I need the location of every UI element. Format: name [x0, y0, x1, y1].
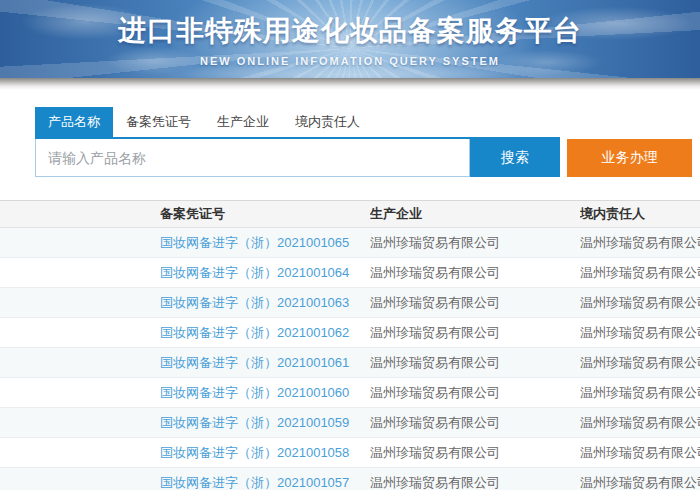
cell-responsible-person: 温州珍瑞贸易有限公司 [580, 354, 700, 372]
cell-responsible-person: 温州珍瑞贸易有限公司 [580, 264, 700, 282]
tab-certificate-number[interactable]: 备案凭证号 [113, 107, 204, 137]
tab-responsible-person[interactable]: 境内责任人 [282, 107, 373, 137]
certificate-link[interactable]: 国妆网备进字（浙）2021001060 [160, 385, 349, 400]
search-input[interactable] [35, 139, 470, 177]
cell-manufacturer: 温州珍瑞贸易有限公司 [370, 234, 580, 252]
certificate-link[interactable]: 国妆网备进字（浙）2021001062 [160, 325, 349, 340]
cell-responsible-person: 温州珍瑞贸易有限公司 [580, 384, 700, 402]
table-header-row: 备案凭证号 生产企业 境内责任人 [0, 200, 700, 228]
cell-certificate: 国妆网备进字（浙）2021001057 [160, 474, 370, 490]
certificate-link[interactable]: 国妆网备进字（浙）2021001058 [160, 445, 349, 460]
search-tabs: 产品名称 备案凭证号 生产企业 境内责任人 [35, 107, 560, 139]
cell-responsible-person: 温州珍瑞贸易有限公司 [580, 414, 700, 432]
cell-certificate: 国妆网备进字（浙）2021001065 [160, 234, 370, 252]
cell-manufacturer: 温州珍瑞贸易有限公司 [370, 444, 580, 462]
cell-certificate: 国妆网备进字（浙）2021001058 [160, 444, 370, 462]
banner-shadow-divider [0, 78, 700, 90]
cell-manufacturer: 温州珍瑞贸易有限公司 [370, 384, 580, 402]
header-banner: 进口非特殊用途化妆品备案服务平台 NEW ONLINE INFOMATION Q… [0, 0, 700, 78]
certificate-link[interactable]: 国妆网备进字（浙）2021001063 [160, 295, 349, 310]
column-header-responsible: 境内责任人 [580, 205, 700, 223]
table-row: 国妆网备进字（浙）2021001063温州珍瑞贸易有限公司温州珍瑞贸易有限公司 [0, 288, 700, 318]
table-row: 国妆网备进字（浙）2021001062温州珍瑞贸易有限公司温州珍瑞贸易有限公司 [0, 318, 700, 348]
table-row: 国妆网备进字（浙）2021001057温州珍瑞贸易有限公司温州珍瑞贸易有限公司 [0, 468, 700, 490]
tab-manufacturer[interactable]: 生产企业 [204, 107, 282, 137]
cell-certificate: 国妆网备进字（浙）2021001062 [160, 324, 370, 342]
cell-certificate: 国妆网备进字（浙）2021001064 [160, 264, 370, 282]
cell-responsible-person: 温州珍瑞贸易有限公司 [580, 294, 700, 312]
search-row: 搜索 业务办理 [35, 139, 700, 177]
certificate-link[interactable]: 国妆网备进字（浙）2021001065 [160, 235, 349, 250]
column-header-certificate: 备案凭证号 [160, 205, 370, 223]
page-title: 进口非特殊用途化妆品备案服务平台 [0, 0, 700, 50]
cell-responsible-person: 温州珍瑞贸易有限公司 [580, 474, 700, 490]
business-handling-button[interactable]: 业务办理 [567, 139, 692, 177]
cell-manufacturer: 温州珍瑞贸易有限公司 [370, 294, 580, 312]
cell-certificate: 国妆网备进字（浙）2021001060 [160, 384, 370, 402]
table-row: 国妆网备进字（浙）2021001065温州珍瑞贸易有限公司温州珍瑞贸易有限公司 [0, 228, 700, 258]
search-panel: 产品名称 备案凭证号 生产企业 境内责任人 搜索 业务办理 [35, 107, 700, 177]
table-row: 国妆网备进字（浙）2021001058温州珍瑞贸易有限公司温州珍瑞贸易有限公司 [0, 438, 700, 468]
cell-responsible-person: 温州珍瑞贸易有限公司 [580, 234, 700, 252]
results-table: 备案凭证号 生产企业 境内责任人 国妆网备进字（浙）2021001065温州珍瑞… [0, 200, 700, 490]
table-body: 国妆网备进字（浙）2021001065温州珍瑞贸易有限公司温州珍瑞贸易有限公司国… [0, 228, 700, 490]
certificate-link[interactable]: 国妆网备进字（浙）2021001061 [160, 355, 349, 370]
cell-manufacturer: 温州珍瑞贸易有限公司 [370, 414, 580, 432]
cell-certificate: 国妆网备进字（浙）2021001061 [160, 354, 370, 372]
cell-certificate: 国妆网备进字（浙）2021001059 [160, 414, 370, 432]
column-header-manufacturer: 生产企业 [370, 205, 580, 223]
certificate-link[interactable]: 国妆网备进字（浙）2021001057 [160, 475, 349, 490]
cell-certificate: 国妆网备进字（浙）2021001063 [160, 294, 370, 312]
page-subtitle: NEW ONLINE INFOMATION QUERY SYSTEM [0, 55, 700, 67]
table-row: 国妆网备进字（浙）2021001060温州珍瑞贸易有限公司温州珍瑞贸易有限公司 [0, 378, 700, 408]
table-row: 国妆网备进字（浙）2021001061温州珍瑞贸易有限公司温州珍瑞贸易有限公司 [0, 348, 700, 378]
cell-manufacturer: 温州珍瑞贸易有限公司 [370, 474, 580, 490]
search-button[interactable]: 搜索 [470, 139, 560, 177]
cell-manufacturer: 温州珍瑞贸易有限公司 [370, 264, 580, 282]
certificate-link[interactable]: 国妆网备进字（浙）2021001059 [160, 415, 349, 430]
table-row: 国妆网备进字（浙）2021001064温州珍瑞贸易有限公司温州珍瑞贸易有限公司 [0, 258, 700, 288]
table-row: 国妆网备进字（浙）2021001059温州珍瑞贸易有限公司温州珍瑞贸易有限公司 [0, 408, 700, 438]
tab-product-name[interactable]: 产品名称 [35, 107, 113, 137]
certificate-link[interactable]: 国妆网备进字（浙）2021001064 [160, 265, 349, 280]
cell-manufacturer: 温州珍瑞贸易有限公司 [370, 324, 580, 342]
cell-responsible-person: 温州珍瑞贸易有限公司 [580, 324, 700, 342]
cell-responsible-person: 温州珍瑞贸易有限公司 [580, 444, 700, 462]
cell-manufacturer: 温州珍瑞贸易有限公司 [370, 354, 580, 372]
